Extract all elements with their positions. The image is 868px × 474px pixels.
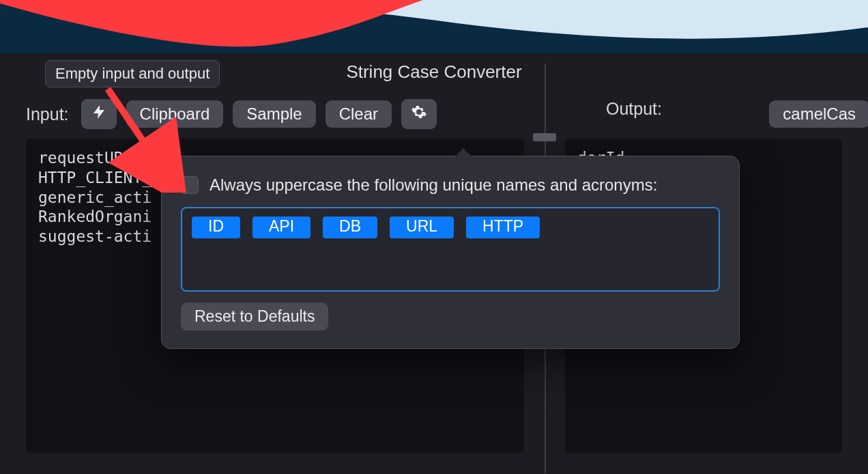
acronym-token[interactable]: ID — [192, 217, 240, 238]
case-mode-selector[interactable]: camelCas — [769, 100, 868, 128]
tooltip-empty-io: Empty input and output — [45, 60, 220, 87]
drag-handle-icon[interactable] — [533, 133, 556, 141]
reset-defaults-button[interactable]: Reset to Defaults — [181, 303, 328, 331]
lightning-icon — [91, 104, 107, 124]
acronym-token[interactable]: API — [252, 217, 310, 238]
uppercase-acronyms-label: Always uppercase the following unique na… — [209, 176, 657, 195]
wallpaper-banner — [0, 0, 868, 53]
acronym-token-field[interactable]: ID API DB URL HTTP — [181, 207, 720, 292]
acronym-token[interactable]: URL — [390, 217, 454, 238]
output-label: Output: — [606, 99, 662, 119]
uppercase-acronyms-checkbox[interactable] — [181, 176, 199, 194]
settings-button[interactable] — [401, 99, 437, 129]
auto-paste-button[interactable] — [81, 99, 117, 129]
toolbar: Input: Clipboard Sample Clear Output: ca… — [0, 99, 868, 139]
input-label: Input: — [26, 104, 69, 124]
clipboard-button[interactable]: Clipboard — [126, 100, 224, 128]
settings-popover: Always uppercase the following unique na… — [161, 156, 740, 349]
acronym-token[interactable]: HTTP — [466, 217, 540, 238]
clear-button[interactable]: Clear — [326, 100, 392, 128]
gear-icon — [411, 104, 427, 124]
acronym-token[interactable]: DB — [323, 217, 377, 238]
sample-button[interactable]: Sample — [233, 100, 315, 128]
